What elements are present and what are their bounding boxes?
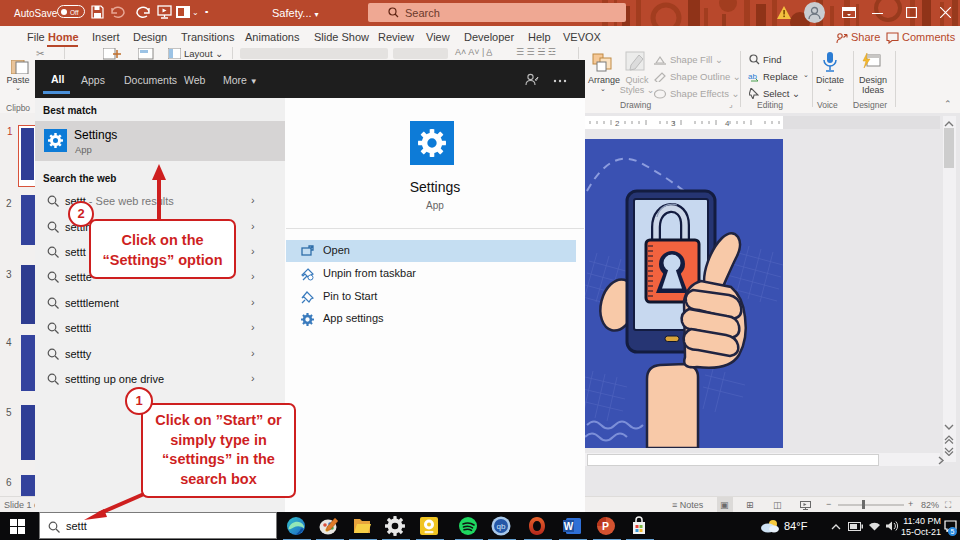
svg-text:qb: qb: [497, 522, 506, 531]
svg-text:3: 3: [671, 119, 676, 128]
svg-text:W: W: [564, 521, 574, 532]
svg-text:P: P: [602, 520, 609, 532]
svg-text:4: 4: [725, 119, 730, 128]
svg-text:2: 2: [615, 119, 620, 128]
